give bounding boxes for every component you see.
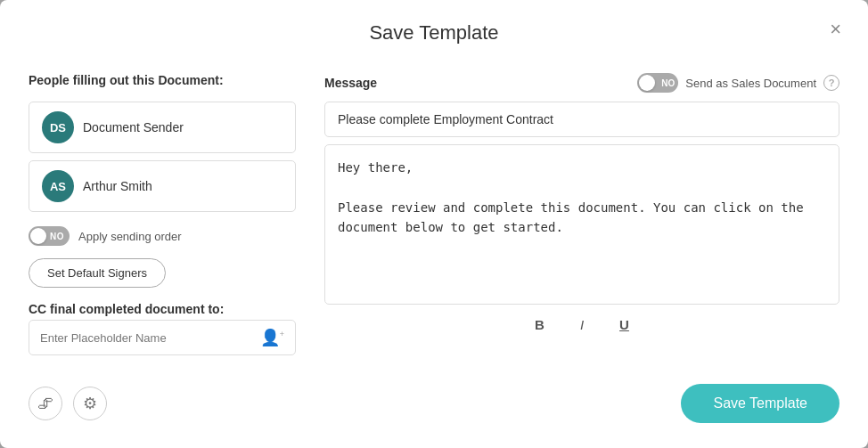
footer-left: 🖇 ⚙ [29,387,107,420]
close-button[interactable]: × [824,18,847,41]
bold-button[interactable]: B [528,314,552,336]
italic-button[interactable]: I [573,314,591,336]
signer-item-ds: DS Document Sender [29,102,296,153]
modal-overlay: Save Template × People filling out this … [0,0,868,448]
toggle-no-sales-label: NO [661,78,675,88]
set-default-signers-button[interactable]: Set Default Signers [29,258,166,288]
signers-list: DS Document Sender AS Arthur Smith [29,102,296,212]
people-section-label: People filling out this Document: [29,73,296,87]
modal-body: People filling out this Document: DS Doc… [0,59,868,370]
settings-button[interactable]: ⚙ [73,387,107,420]
cc-label: CC final completed document to: [29,302,296,316]
signer-name-ds: Document Sender [83,120,184,134]
subject-input[interactable] [324,102,839,137]
toggle-thumb-sales [639,75,655,91]
sending-order-toggle-row: NO Apply sending order [29,226,296,246]
cc-input[interactable] [29,322,250,354]
avatar-ds: DS [42,111,74,143]
modal-title: Save Template [369,21,498,45]
cc-section: CC final completed document to: 👤+ [29,302,296,355]
cc-input-wrap: 👤+ [29,320,296,355]
signer-item-as: AS Arthur Smith [29,160,296,212]
send-as-sales-toggle[interactable]: NO [637,73,678,93]
message-label: Message [324,76,377,90]
modal-header: Save Template × [0,0,868,59]
left-column: People filling out this Document: DS Doc… [29,73,296,355]
modal-footer: 🖇 ⚙ Save Template [0,370,868,444]
signer-name-as: Arthur Smith [83,179,152,193]
attach-icon: 🖇 [37,395,53,413]
save-template-button[interactable]: Save Template [681,384,839,423]
message-body-textarea[interactable] [324,144,839,305]
message-header: Message NO Send as Sales Document ? [324,73,839,93]
send-as-sales-label: Send as Sales Document [685,77,816,90]
attach-button[interactable]: 🖇 [29,387,62,420]
formatting-toolbar: B I U [324,314,839,336]
right-column: Message NO Send as Sales Document ? B I [324,73,839,355]
gear-icon: ⚙ [83,394,97,413]
toggle-no-label: NO [50,232,64,241]
underline-button[interactable]: U [612,314,636,336]
toggle-thumb [30,228,46,244]
help-icon[interactable]: ? [823,75,839,91]
sending-order-label: Apply sending order [78,230,182,243]
avatar-as: AS [42,170,74,202]
add-person-icon[interactable]: 👤+ [250,321,295,354]
sending-order-toggle[interactable]: NO [29,226,70,246]
send-as-sales-row: NO Send as Sales Document ? [637,73,839,93]
modal: Save Template × People filling out this … [0,0,868,448]
